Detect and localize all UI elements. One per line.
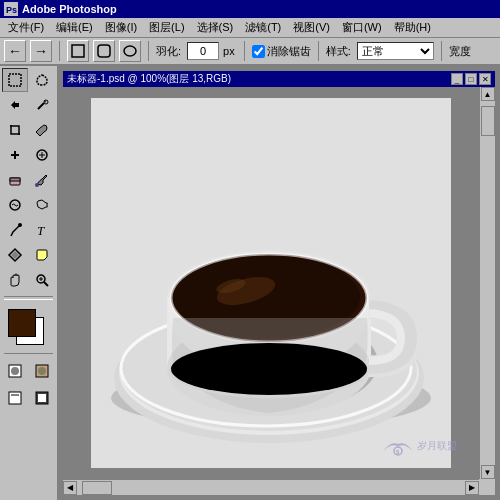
feather-unit: px — [223, 45, 235, 57]
rectangular-marquee-tool[interactable] — [2, 68, 28, 92]
watermark-text: 岁月联盟 — [417, 439, 457, 453]
svg-rect-14 — [10, 178, 20, 181]
width-label: 宽度 — [449, 44, 471, 59]
svg-point-49 — [171, 343, 367, 395]
tool-row-6 — [2, 193, 55, 217]
notes-tool[interactable] — [29, 243, 55, 267]
move-tool[interactable] — [2, 93, 28, 117]
feather-input[interactable] — [187, 42, 219, 60]
shape-rounded-button[interactable] — [93, 40, 115, 62]
svg-text:T: T — [37, 223, 45, 238]
svg-point-24 — [11, 367, 19, 375]
tool-row-7: T — [2, 218, 55, 242]
main-area: T — [0, 66, 500, 500]
scroll-left-arrow[interactable]: ◀ — [63, 481, 77, 495]
hand-tool[interactable] — [2, 268, 28, 292]
separator-5 — [441, 41, 442, 61]
scroll-down-arrow[interactable]: ▼ — [481, 465, 495, 479]
nav-forward-button[interactable]: → — [30, 40, 52, 62]
pen-tool[interactable] — [2, 218, 28, 242]
menu-edit[interactable]: 编辑(E) — [50, 18, 99, 37]
scrollbar-bottom: ◀ ▶ — [63, 479, 479, 495]
svg-rect-28 — [11, 394, 19, 396]
menu-help[interactable]: 帮助(H) — [388, 18, 437, 37]
clone-stamp-tool[interactable] — [29, 143, 55, 167]
blur-tool[interactable] — [2, 193, 28, 217]
tool-row-5 — [2, 168, 55, 192]
standard-screen-mode[interactable] — [2, 386, 28, 410]
watermark: S 岁月联盟 — [382, 435, 457, 457]
svg-point-26 — [38, 367, 46, 375]
svg-point-9 — [44, 100, 48, 104]
svg-rect-11 — [14, 151, 16, 159]
svg-rect-27 — [9, 392, 21, 404]
doc-close-button[interactable]: ✕ — [479, 73, 491, 85]
menu-bar: 文件(F) 编辑(E) 图像(I) 图层(L) 选择(S) 滤镜(T) 视图(V… — [0, 18, 500, 38]
scroll-up-arrow[interactable]: ▲ — [481, 87, 495, 101]
watermark-logo: S — [382, 435, 414, 457]
scrollbar-right: ▲ ▼ — [479, 87, 495, 479]
menu-window[interactable]: 窗口(W) — [336, 18, 388, 37]
svg-marker-6 — [11, 101, 19, 109]
svg-line-20 — [44, 282, 48, 286]
menu-view[interactable]: 视图(V) — [287, 18, 336, 37]
doc-maximize-button[interactable]: □ — [465, 73, 477, 85]
tool-row-8 — [2, 243, 55, 267]
color-boxes[interactable] — [2, 305, 56, 349]
scroll-right-arrow[interactable]: ▶ — [465, 481, 479, 495]
scroll-track-right — [481, 101, 495, 465]
scroll-thumb-right[interactable] — [481, 106, 495, 136]
menu-file[interactable]: 文件(F) — [2, 18, 50, 37]
svg-text:Ps: Ps — [6, 5, 17, 15]
toolbar-separator — [4, 296, 53, 300]
svg-rect-3 — [98, 45, 110, 57]
menu-select[interactable]: 选择(S) — [191, 18, 240, 37]
menu-filter[interactable]: 滤镜(T) — [239, 18, 287, 37]
crop-tool[interactable] — [2, 118, 28, 142]
document-content: S 岁月联盟 — [63, 87, 479, 479]
lasso-tool[interactable] — [29, 68, 55, 92]
tool-row-1 — [2, 68, 55, 92]
app-title: Adobe Photoshop — [22, 3, 117, 15]
tool-row-2 — [2, 93, 55, 117]
doc-minimize-button[interactable]: _ — [451, 73, 463, 85]
document-title-bar[interactable]: 未标器-1.psd @ 100%(图层 13,RGB) _ □ ✕ — [63, 71, 495, 87]
feather-label: 羽化: — [156, 44, 181, 59]
heal-tool[interactable] — [2, 143, 28, 167]
eyedropper-tool[interactable] — [29, 118, 55, 142]
magic-wand-tool[interactable] — [29, 93, 55, 117]
dodge-tool[interactable] — [29, 193, 55, 217]
anti-alias-checkbox-group[interactable]: 消除锯齿 — [252, 44, 311, 59]
tool-row-quick-mask — [2, 359, 55, 383]
app-title-bar: Ps Adobe Photoshop — [0, 0, 500, 18]
tool-row-4 — [2, 143, 55, 167]
svg-line-7 — [38, 103, 44, 109]
svg-rect-30 — [38, 394, 46, 402]
separator-4 — [318, 41, 319, 61]
tool-row-9 — [2, 268, 55, 292]
svg-rect-2 — [72, 45, 84, 57]
quick-mask-off[interactable] — [2, 359, 28, 383]
shape-rect-button[interactable] — [67, 40, 89, 62]
full-screen-mode[interactable] — [29, 386, 55, 410]
separator-3 — [244, 41, 245, 61]
shape-ellipse-button[interactable] — [119, 40, 141, 62]
toolbar-separator-2 — [4, 353, 53, 355]
paint-bucket-tool[interactable] — [29, 168, 55, 192]
style-label: 样式: — [326, 44, 351, 59]
zoom-tool[interactable] — [29, 268, 55, 292]
svg-point-17 — [18, 223, 22, 227]
menu-image[interactable]: 图像(I) — [99, 18, 143, 37]
app-icon: Ps — [4, 2, 18, 16]
style-select[interactable]: 正常 固定长宽比 固定大小 — [357, 42, 434, 60]
text-tool[interactable]: T — [29, 218, 55, 242]
nav-back-button[interactable]: ← — [4, 40, 26, 62]
foreground-color-box[interactable] — [8, 309, 36, 337]
custom-shape-tool[interactable] — [2, 243, 28, 267]
menu-layer[interactable]: 图层(L) — [143, 18, 190, 37]
anti-alias-checkbox[interactable] — [252, 45, 265, 58]
quick-mask-on[interactable] — [29, 359, 55, 383]
scroll-thumb-bottom[interactable] — [82, 481, 112, 495]
eraser-tool[interactable] — [2, 168, 28, 192]
tool-row-screen — [2, 386, 55, 410]
